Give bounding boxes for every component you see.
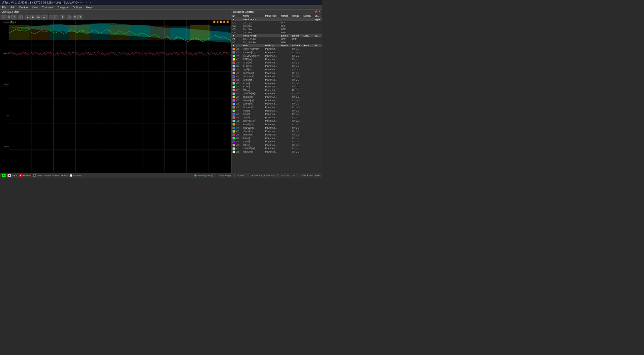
table-row[interactable]: M2. I1rms[rot] Power An... Ch 1-1 xyxy=(231,78,322,82)
table-row[interactable]: M2. THDu1[rot] Power An... Ch 1-1 xyxy=(231,99,322,102)
table-row[interactable]: M2. P1[rot] Power An... Ch 1-1 xyxy=(231,82,322,85)
row-result xyxy=(302,119,314,123)
table-row[interactable]: M2. P3[rot] Power An... Ch 1-1 xyxy=(231,136,322,140)
tb-grid[interactable]: ⊞ xyxy=(73,15,78,19)
table-row[interactable]: M2. u3rms[rot] Power An... Ch 1-1 xyxy=(231,130,322,133)
table-row[interactable]: M2. cosPhi3[rot] Power An... Ch 1-1 xyxy=(231,147,322,150)
row-range xyxy=(291,31,302,34)
row-name: P_all[rot] xyxy=(242,61,264,64)
y-label-0: 66.00 xyxy=(1,21,9,23)
table-row[interactable]: O2. Ch 1-2 A OFF xyxy=(231,24,322,28)
tb-zoom-fit[interactable]: ⤢ xyxy=(18,15,23,19)
menu-channels[interactable]: Channels xyxy=(41,6,54,9)
tb-scale-y[interactable]: ↕ xyxy=(54,15,59,19)
row-source: Ch 1-1 xyxy=(291,147,302,150)
live-data-chart[interactable]: Ch1-1 ▌▌▌▌▌▌▌▌▌▌▌▌ 66.00 44.00 22.00 0 -… xyxy=(0,20,231,177)
row-type: Power An... xyxy=(264,133,280,136)
tb-home[interactable]: ⏮ xyxy=(36,15,41,19)
table-row[interactable]: M2. RMSCOUNT[rot] Power An... Ch 1-1 xyxy=(231,54,322,58)
select-stream-button[interactable]: ▶ xyxy=(33,174,36,177)
record-button[interactable]: ● xyxy=(19,174,22,177)
panel-pin-button[interactable]: 📌 xyxy=(314,10,317,13)
tb-zoom-in[interactable]: ⊕ xyxy=(7,15,12,19)
tb-marker[interactable]: M xyxy=(67,15,72,19)
autozero-label: Autozero xyxy=(73,174,82,177)
row-source: Ch 1-1 xyxy=(291,78,302,82)
table-row[interactable]: M2. Q2[rot] Power An... Ch 1-1 xyxy=(231,116,322,119)
close-button[interactable]: ✕ xyxy=(89,1,92,4)
row-id: P1 xyxy=(231,38,242,41)
panel-close-button[interactable]: ✕ xyxy=(318,10,320,13)
row-id: M2. xyxy=(231,109,242,113)
statusbar: ▶ ■ Stop ● Record ▶ Select Stream for DA… xyxy=(0,173,322,177)
menu-device[interactable]: Device xyxy=(18,6,29,9)
table-row[interactable]: M2. Q_all[rot] Power An... Ch 1-1 xyxy=(231,68,322,71)
row-st xyxy=(314,92,322,95)
table-row[interactable]: O5. Ch 1-5 A OFF xyxy=(231,28,322,31)
maximize-button[interactable]: □ xyxy=(84,1,88,4)
menu-view[interactable]: View xyxy=(31,6,39,9)
table-row[interactable]: M2. cosPhi1[rot] Power An... Ch 1-1 xyxy=(231,92,322,95)
tb-end[interactable]: ⏭ xyxy=(42,15,47,19)
table-row[interactable]: M2. I3rms[rot] Power An... Ch 1-1 xyxy=(231,133,322,136)
menu-help[interactable]: Help xyxy=(85,6,93,9)
table-row[interactable]: M2. THDi2[rot] Power An... Ch 1-1 xyxy=(231,123,322,126)
table-row[interactable]: M2. THDi1[rot] Power An... Ch 1-1 xyxy=(231,95,322,99)
tb-next[interactable]: ▶ xyxy=(30,15,35,19)
autozero-checkbox[interactable] xyxy=(70,174,72,177)
table-row[interactable]: M2. P_all[rot] Power An... Ch 1-1 xyxy=(231,61,322,64)
row-range xyxy=(291,21,302,24)
row-name: Q_all[rot] xyxy=(242,68,264,71)
menu-file[interactable]: File xyxy=(1,6,8,9)
col-supply: Supply xyxy=(302,14,314,18)
table-row[interactable]: M2. S3[rot] Power An... Ch 1-1 xyxy=(231,140,322,143)
table-row[interactable]: M2. Power Analyzer Power An... Ch 1-1 xyxy=(231,47,322,51)
tb-zoom-out[interactable]: ⊖ xyxy=(12,15,17,19)
row-id: M2. xyxy=(231,75,242,78)
table-row[interactable]: P5 Ch 1-5 Pulse OFF xyxy=(231,41,322,44)
row-id: M2. xyxy=(231,133,242,136)
tb-prev[interactable]: ◀ xyxy=(25,15,30,19)
table-row[interactable]: M2. P2[rot] Power An... Ch 1-1 xyxy=(231,109,322,113)
table-row[interactable]: M2. S2[rot] Power An... Ch 1-1 xyxy=(231,112,322,116)
row-st xyxy=(314,112,322,116)
table-row[interactable]: O6. Ch 1-6 A OFF xyxy=(231,31,322,34)
menu-options[interactable]: Options xyxy=(72,6,83,9)
table-row[interactable]: M2. I2rms[rot] Power An... Ch 1-1 xyxy=(231,105,322,109)
table-row[interactable]: P1 Ch 1-1 Pulse OFF OFF xyxy=(231,38,322,41)
stop-button[interactable]: ■ xyxy=(8,174,11,177)
table-row[interactable]: M2. Q1[rot] Power An... Ch 1-1 xyxy=(231,88,322,92)
table-row[interactable]: M2. cosPhi[rot] Power An... Ch 1-1 xyxy=(231,71,322,75)
row-id: M2. xyxy=(231,140,242,143)
play-button[interactable]: ▶ xyxy=(2,174,6,177)
table-row[interactable]: M2. RotNum[rot] Power An... Ch 1-1 xyxy=(231,51,322,54)
table-row[interactable]: M2. U1rms[rot] Power An... Ch 1-1 xyxy=(231,75,322,78)
table-row[interactable]: O1. Ch 1-1 A OFF xyxy=(231,21,322,24)
row-source: Ch 1-1 xyxy=(291,109,302,113)
row-source: Ch 1-1 xyxy=(291,126,302,130)
menu-datapipe[interactable]: Datapipe xyxy=(56,6,69,9)
menu-edit[interactable]: Edit xyxy=(10,6,16,9)
table-row[interactable]: M2. RPM[rot] Power An... Ch 1-1 xyxy=(231,57,322,61)
minimize-button[interactable]: — xyxy=(79,1,83,4)
tb-scale-x[interactable]: ↔ xyxy=(49,15,54,19)
pulse-arrow: ▼ xyxy=(231,34,242,38)
row-id: M2. xyxy=(231,61,242,64)
table-row[interactable]: M2. S1[rot] Power An... Ch 1-1 xyxy=(231,85,322,88)
tb-pan[interactable]: ✥ xyxy=(60,15,65,19)
row-type: Power An... xyxy=(264,75,280,78)
table-row[interactable]: M2. cosPhi2[rot] Power An... Ch 1-1 xyxy=(231,119,322,123)
tb-settings[interactable]: ⚙ xyxy=(78,15,83,19)
table-row[interactable]: M2. u2rms[rot] Power An... Ch 1-1 xyxy=(231,102,322,106)
table-row[interactable]: M2. THDi3[rot] Power An... Ch 1-1 xyxy=(231,150,322,154)
table-row[interactable]: M2. THDu2[rot] Power An... Ch 1-1 xyxy=(231,126,322,130)
table-row[interactable]: M2. Q3[rot] Power An... Ch 1-1 xyxy=(231,143,322,147)
row-option xyxy=(280,64,291,68)
table-row[interactable]: M2. S_all[rot] Power An... Ch 1-1 xyxy=(231,64,322,68)
tb-cursor[interactable]: ↖ xyxy=(1,15,6,19)
row-source: Ch 1-1 xyxy=(291,54,302,58)
svg-rect-20 xyxy=(110,25,130,40)
row-option xyxy=(280,140,291,143)
channel-table-container[interactable]: ID Name Input-Type Option Range Supply S… xyxy=(231,14,322,177)
row-result xyxy=(302,92,314,95)
